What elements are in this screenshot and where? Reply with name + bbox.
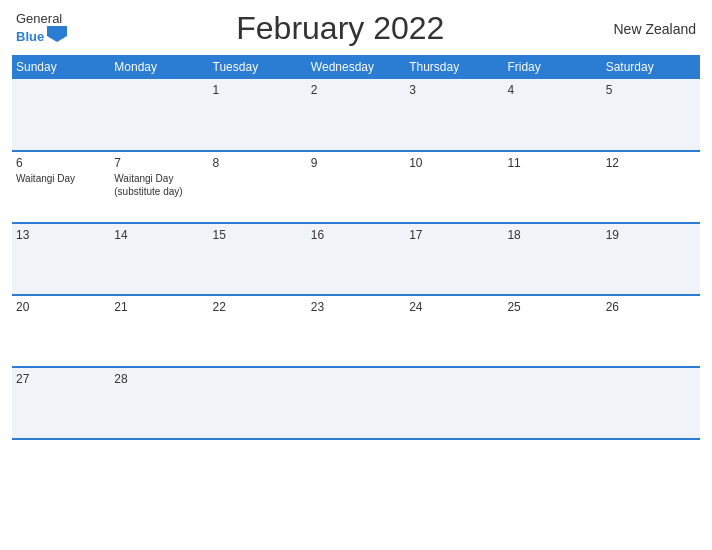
- day-number: 25: [507, 300, 597, 314]
- calendar-week-5: 2728: [12, 367, 700, 439]
- day-number: 9: [311, 156, 401, 170]
- day-number: 5: [606, 83, 696, 97]
- day-number: 8: [213, 156, 303, 170]
- day-number: 16: [311, 228, 401, 242]
- day-number: 21: [114, 300, 204, 314]
- logo: General Blue: [16, 11, 67, 47]
- col-friday: Friday: [503, 55, 601, 79]
- table-row: 15: [209, 223, 307, 295]
- day-number: 17: [409, 228, 499, 242]
- table-row: 1: [209, 79, 307, 151]
- day-number: 4: [507, 83, 597, 97]
- calendar-week-4: 20212223242526: [12, 295, 700, 367]
- table-row: 10: [405, 151, 503, 223]
- table-row: [307, 367, 405, 439]
- table-row: 17: [405, 223, 503, 295]
- day-number: 1: [213, 83, 303, 97]
- table-row: 16: [307, 223, 405, 295]
- col-sunday: Sunday: [12, 55, 110, 79]
- table-row: 3: [405, 79, 503, 151]
- table-row: 18: [503, 223, 601, 295]
- calendar-week-1: 12345: [12, 79, 700, 151]
- table-row: [209, 367, 307, 439]
- table-row: 11: [503, 151, 601, 223]
- table-row: 19: [602, 223, 700, 295]
- day-number: 15: [213, 228, 303, 242]
- table-row: 21: [110, 295, 208, 367]
- table-row: 25: [503, 295, 601, 367]
- table-row: 4: [503, 79, 601, 151]
- day-number: 11: [507, 156, 597, 170]
- day-number: 10: [409, 156, 499, 170]
- table-row: 28: [110, 367, 208, 439]
- calendar-header: General Blue February 2022 New Zealand: [12, 10, 700, 47]
- table-row: 7Waitangi Day (substitute day): [110, 151, 208, 223]
- col-tuesday: Tuesday: [209, 55, 307, 79]
- day-number: 22: [213, 300, 303, 314]
- country-label: New Zealand: [614, 21, 697, 37]
- col-saturday: Saturday: [602, 55, 700, 79]
- table-row: [12, 79, 110, 151]
- table-row: 2: [307, 79, 405, 151]
- table-row: 26: [602, 295, 700, 367]
- table-row: 23: [307, 295, 405, 367]
- calendar-week-3: 13141516171819: [12, 223, 700, 295]
- table-row: 12: [602, 151, 700, 223]
- table-row: 14: [110, 223, 208, 295]
- table-row: [503, 367, 601, 439]
- col-thursday: Thursday: [405, 55, 503, 79]
- table-row: 9: [307, 151, 405, 223]
- logo-general-text: General: [16, 11, 62, 27]
- day-number: 2: [311, 83, 401, 97]
- table-row: 5: [602, 79, 700, 151]
- table-row: [405, 367, 503, 439]
- day-number: 18: [507, 228, 597, 242]
- day-number: 23: [311, 300, 401, 314]
- logo-flag-icon: [47, 26, 67, 46]
- day-number: 27: [16, 372, 106, 386]
- calendar-title: February 2022: [67, 10, 613, 47]
- day-number: 3: [409, 83, 499, 97]
- calendar-container: General Blue February 2022 New Zealand S…: [0, 0, 712, 550]
- calendar-header-row: Sunday Monday Tuesday Wednesday Thursday…: [12, 55, 700, 79]
- table-row: 8: [209, 151, 307, 223]
- day-number: 7: [114, 156, 204, 170]
- day-number: 13: [16, 228, 106, 242]
- svg-marker-0: [47, 26, 67, 42]
- table-row: 6Waitangi Day: [12, 151, 110, 223]
- calendar-table: Sunday Monday Tuesday Wednesday Thursday…: [12, 55, 700, 440]
- table-row: 24: [405, 295, 503, 367]
- logo-blue-text: Blue: [16, 29, 44, 45]
- day-event: Waitangi Day (substitute day): [114, 172, 204, 198]
- table-row: 22: [209, 295, 307, 367]
- day-event: Waitangi Day: [16, 172, 106, 185]
- calendar-week-2: 6Waitangi Day7Waitangi Day (substitute d…: [12, 151, 700, 223]
- day-number: 26: [606, 300, 696, 314]
- day-number: 12: [606, 156, 696, 170]
- table-row: 20: [12, 295, 110, 367]
- day-number: 19: [606, 228, 696, 242]
- col-monday: Monday: [110, 55, 208, 79]
- table-row: 27: [12, 367, 110, 439]
- table-row: 13: [12, 223, 110, 295]
- col-wednesday: Wednesday: [307, 55, 405, 79]
- table-row: [110, 79, 208, 151]
- day-number: 14: [114, 228, 204, 242]
- day-number: 24: [409, 300, 499, 314]
- day-number: 6: [16, 156, 106, 170]
- table-row: [602, 367, 700, 439]
- day-number: 20: [16, 300, 106, 314]
- day-number: 28: [114, 372, 204, 386]
